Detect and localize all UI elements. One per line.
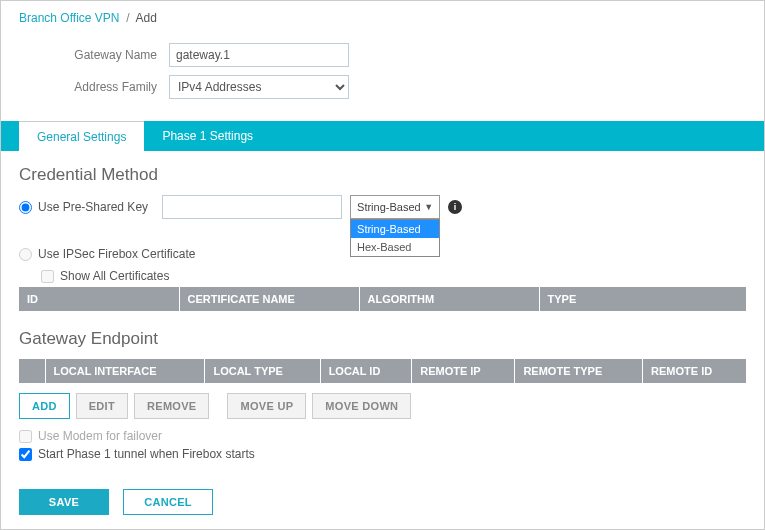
breadcrumb-root[interactable]: Branch Office VPN — [19, 11, 120, 25]
gateway-name-input[interactable] — [169, 43, 349, 67]
credential-title: Credential Method — [19, 165, 746, 185]
moveup-button[interactable]: MOVE UP — [227, 393, 306, 419]
edit-button[interactable]: EDIT — [76, 393, 128, 419]
tab-bar: General Settings Phase 1 Settings — [1, 121, 764, 151]
endpoint-col-remote-ip: REMOTE IP — [412, 359, 515, 383]
movedown-button[interactable]: MOVE DOWN — [312, 393, 411, 419]
start-phase1-checkbox[interactable] — [19, 448, 32, 461]
cert-col-id: ID — [19, 287, 179, 311]
cert-col-algo: ALGORITHM — [359, 287, 539, 311]
top-form: Gateway Name Address Family IPv4 Address… — [1, 27, 764, 121]
use-cert-label: Use IPSec Firebox Certificate — [38, 247, 195, 261]
show-all-row: Show All Certificates — [41, 269, 746, 283]
use-psk-radio[interactable] — [19, 201, 32, 214]
show-all-checkbox[interactable] — [41, 270, 54, 283]
endpoint-col-local-type: LOCAL TYPE — [205, 359, 320, 383]
psk-input[interactable] — [162, 195, 342, 219]
show-all-label: Show All Certificates — [60, 269, 169, 283]
endpoint-col-blank — [19, 359, 45, 383]
cert-col-type: TYPE — [539, 287, 746, 311]
start-phase1-label: Start Phase 1 tunnel when Firebox starts — [38, 447, 255, 461]
endpoint-col-local-iface: LOCAL INTERFACE — [45, 359, 205, 383]
tab-phase1-settings[interactable]: Phase 1 Settings — [144, 121, 271, 151]
endpoint-table: LOCAL INTERFACE LOCAL TYPE LOCAL ID REMO… — [19, 359, 746, 383]
tab-general-settings[interactable]: General Settings — [19, 121, 144, 151]
use-modem-label: Use Modem for failover — [38, 429, 162, 443]
cancel-button[interactable]: CANCEL — [123, 489, 213, 515]
use-cert-radio[interactable] — [19, 248, 32, 261]
breadcrumb: Branch Office VPN / Add — [1, 1, 764, 27]
gateway-name-label: Gateway Name — [19, 48, 169, 62]
psk-row: Use Pre-Shared Key String-Based ▼ String… — [19, 195, 746, 219]
breadcrumb-current: Add — [136, 11, 157, 25]
key-type-dropdown-list: String-Based Hex-Based — [350, 219, 440, 257]
key-type-selected: String-Based — [357, 201, 421, 213]
endpoint-col-remote-type: REMOTE TYPE — [515, 359, 643, 383]
breadcrumb-sep: / — [123, 11, 136, 25]
endpoint-title: Gateway Endpoint — [19, 329, 746, 349]
footer-buttons: SAVE CANCEL — [1, 475, 764, 529]
modem-row: Use Modem for failover — [19, 429, 746, 443]
address-family-label: Address Family — [19, 80, 169, 94]
cert-col-name: CERTIFICATE NAME — [179, 287, 359, 311]
phase1-row: Start Phase 1 tunnel when Firebox starts — [19, 447, 746, 461]
info-icon[interactable]: i — [448, 200, 462, 214]
add-button[interactable]: ADD — [19, 393, 70, 419]
endpoint-section: Gateway Endpoint LOCAL INTERFACE LOCAL T… — [1, 321, 764, 475]
use-modem-checkbox[interactable] — [19, 430, 32, 443]
key-type-dropdown[interactable]: String-Based ▼ String-Based Hex-Based — [350, 195, 440, 219]
key-type-option-string[interactable]: String-Based — [351, 220, 439, 238]
chevron-down-icon: ▼ — [424, 202, 433, 212]
save-button[interactable]: SAVE — [19, 489, 109, 515]
endpoint-buttons: ADD EDIT REMOVE MOVE UP MOVE DOWN — [19, 393, 746, 419]
endpoint-col-local-id: LOCAL ID — [320, 359, 412, 383]
endpoint-col-remote-id: REMOTE ID — [643, 359, 746, 383]
certificate-table: ID CERTIFICATE NAME ALGORITHM TYPE — [19, 287, 746, 311]
address-family-select[interactable]: IPv4 Addresses — [169, 75, 349, 99]
remove-button[interactable]: REMOVE — [134, 393, 209, 419]
credential-section: Credential Method Use Pre-Shared Key Str… — [1, 151, 764, 321]
key-type-option-hex[interactable]: Hex-Based — [351, 238, 439, 256]
use-psk-label: Use Pre-Shared Key — [38, 200, 148, 214]
